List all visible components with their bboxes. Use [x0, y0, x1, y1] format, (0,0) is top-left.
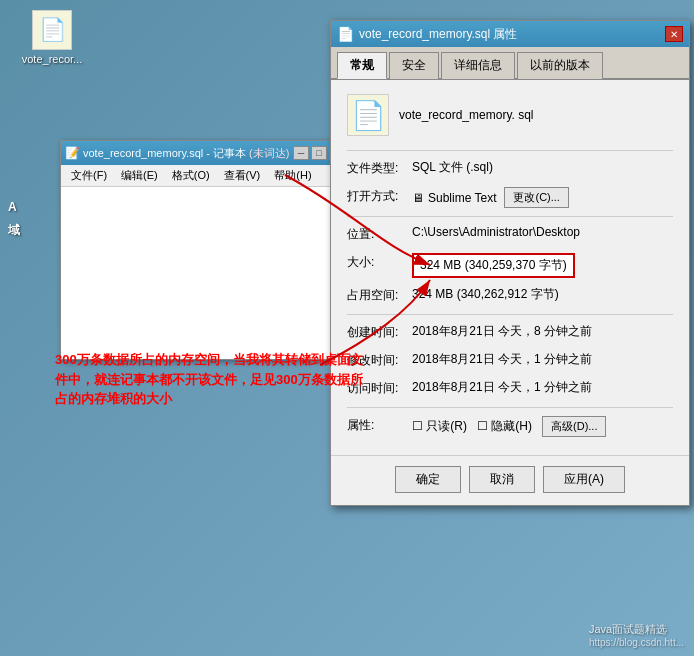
- tab-security[interactable]: 安全: [389, 52, 439, 79]
- file-name-display: vote_record_memory. sql: [399, 108, 534, 122]
- dialog-titlebar-icon: 📄: [337, 26, 354, 42]
- file-header: 📄 vote_record_memory. sql: [347, 94, 673, 136]
- size-highlight: 324 MB (340,259,370 字节): [412, 253, 575, 278]
- separator-3: [347, 314, 673, 315]
- tab-general[interactable]: 常规: [337, 52, 387, 79]
- prop-label-attributes: 属性:: [347, 416, 412, 434]
- notepad-menu-format[interactable]: 格式(O): [166, 166, 216, 185]
- prop-label-created: 创建时间:: [347, 323, 412, 341]
- apply-btn[interactable]: 应用(A): [543, 466, 625, 493]
- sublime-text-icon: 🖥: [412, 191, 424, 205]
- prop-value-attributes: ☐ 只读(R) ☐ 隐藏(H) 高级(D)...: [412, 416, 673, 437]
- prop-value-accessed: 2018年8月21日 今天，1 分钟之前: [412, 379, 673, 396]
- prop-row-attributes: 属性: ☐ 只读(R) ☐ 隐藏(H) 高级(D)...: [347, 416, 673, 437]
- tab-previous-versions[interactable]: 以前的版本: [517, 52, 603, 79]
- prop-value-location: C:\Users\Administrator\Desktop: [412, 225, 673, 239]
- ok-btn[interactable]: 确定: [395, 466, 461, 493]
- annotation-text: 300万条数据所占的内存空间，当我将其转储到桌面文件中，就连记事本都不开该文件，…: [55, 350, 375, 409]
- sidebar-letters: A 域: [8, 200, 20, 239]
- advanced-btn[interactable]: 高级(D)...: [542, 416, 606, 437]
- notepad-menu-file[interactable]: 文件(F): [65, 166, 113, 185]
- dialog-close-btn[interactable]: ✕: [665, 26, 683, 42]
- separator-1: [347, 150, 673, 151]
- prop-value-openwith: 🖥 Sublime Text: [412, 191, 496, 205]
- desktop-icon-label: vote_recor...: [22, 53, 83, 65]
- notepad-maximize-btn[interactable]: □: [311, 146, 327, 160]
- prop-label-filetype: 文件类型:: [347, 159, 412, 177]
- prop-label-location: 位置:: [347, 225, 412, 243]
- notepad-menu-view[interactable]: 查看(V): [218, 166, 267, 185]
- prop-row-accessed: 访问时间: 2018年8月21日 今天，1 分钟之前: [347, 379, 673, 399]
- watermark: Java面试题精选 https://blog.csdn.htt...: [589, 622, 684, 648]
- notepad-menubar: 文件(F) 编辑(E) 格式(O) 查看(V) 帮助(H): [61, 165, 349, 187]
- dialog-footer: 确定 取消 应用(A): [331, 455, 689, 505]
- notepad-title: vote_record_memory.sql - 记事本 (未词达): [83, 146, 293, 161]
- hidden-checkbox[interactable]: ☐ 隐藏(H): [477, 419, 532, 433]
- prop-row-openwith: 打开方式: 🖥 Sublime Text 更改(C)...: [347, 187, 673, 208]
- notepad-unsaved: (未词达): [249, 147, 289, 159]
- notepad-minimize-btn[interactable]: ─: [293, 146, 309, 160]
- prop-value-modified: 2018年8月21日 今天，1 分钟之前: [412, 351, 673, 368]
- watermark-line2: https://blog.csdn.htt...: [589, 637, 684, 648]
- notepad-menu-edit[interactable]: 编辑(E): [115, 166, 164, 185]
- tab-details[interactable]: 详细信息: [441, 52, 515, 79]
- sublime-text-label: Sublime Text: [428, 191, 496, 205]
- prop-row-size: 大小: 324 MB (340,259,370 字节): [347, 253, 673, 278]
- separator-4: [347, 407, 673, 408]
- prop-label-openwith: 打开方式:: [347, 187, 412, 205]
- desktop-icon-vote-record[interactable]: 📄 vote_recor...: [20, 10, 84, 65]
- watermark-line1: Java面试题精选: [589, 622, 684, 637]
- readonly-checkbox[interactable]: ☐ 只读(R): [412, 419, 467, 433]
- prop-row-modified: 修改时间: 2018年8月21日 今天，1 分钟之前: [347, 351, 673, 371]
- sidebar-letter-a: A: [8, 200, 20, 214]
- prop-row-disksize: 占用空间: 324 MB (340,262,912 字节): [347, 286, 673, 306]
- dialog-content: 📄 vote_record_memory. sql 文件类型: SQL 文件 (…: [331, 80, 689, 455]
- cancel-btn[interactable]: 取消: [469, 466, 535, 493]
- prop-value-filetype: SQL 文件 (.sql): [412, 159, 673, 176]
- notepad-menu-help[interactable]: 帮助(H): [268, 166, 317, 185]
- notepad-titlebar: 📝 vote_record_memory.sql - 记事本 (未词达) ─ □…: [61, 141, 349, 165]
- desktop-icon-image: 📄: [32, 10, 72, 50]
- dialog-title: vote_record_memory.sql 属性: [359, 26, 665, 43]
- change-open-with-btn[interactable]: 更改(C)...: [504, 187, 568, 208]
- sidebar-letter-domain: 域: [8, 222, 20, 239]
- prop-label-disksize: 占用空间:: [347, 286, 412, 304]
- properties-dialog: 📄 vote_record_memory.sql 属性 ✕ 常规 安全 详细信息…: [330, 20, 690, 506]
- dialog-titlebar: 📄 vote_record_memory.sql 属性 ✕: [331, 21, 689, 47]
- prop-value-openwith-container: 🖥 Sublime Text 更改(C)...: [412, 187, 673, 208]
- file-icon-large: 📄: [347, 94, 389, 136]
- notepad-content: [61, 187, 349, 359]
- prop-value-size: 324 MB (340,259,370 字节): [412, 253, 673, 278]
- separator-2: [347, 216, 673, 217]
- notepad-window: 📝 vote_record_memory.sql - 记事本 (未词达) ─ □…: [60, 140, 350, 360]
- prop-label-size: 大小:: [347, 253, 412, 271]
- prop-row-location: 位置: C:\Users\Administrator\Desktop: [347, 225, 673, 245]
- notepad-icon: 📝: [65, 146, 79, 160]
- desktop: 📄 vote_recor... A 域 📝 vote_record_memory…: [0, 0, 694, 656]
- prop-value-disksize: 324 MB (340,262,912 字节): [412, 286, 673, 303]
- prop-value-created: 2018年8月21日 今天，8 分钟之前: [412, 323, 673, 340]
- dialog-tabs: 常规 安全 详细信息 以前的版本: [331, 47, 689, 80]
- prop-row-filetype: 文件类型: SQL 文件 (.sql): [347, 159, 673, 179]
- prop-row-created: 创建时间: 2018年8月21日 今天，8 分钟之前: [347, 323, 673, 343]
